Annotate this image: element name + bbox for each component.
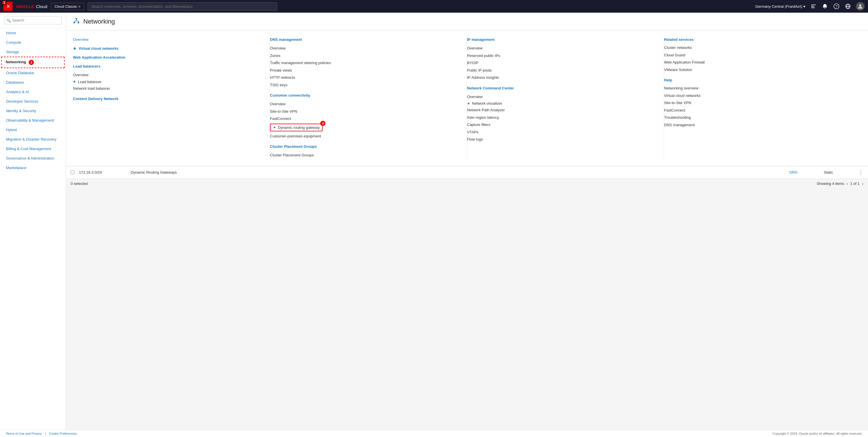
help-fastconnect-link[interactable]: FastConnect (664, 107, 855, 114)
sidebar-search-wrap: 🔍 (4, 16, 62, 24)
sidebar-link-developer[interactable]: Developer Services (0, 96, 66, 106)
lb-link[interactable]: ★ Load balancer (73, 79, 264, 85)
dns-traffic-link[interactable]: Traffic management steering policies (270, 59, 461, 67)
region-label: Germany Central (Frankfurt) (755, 4, 802, 9)
sidebar-item-identity[interactable]: Identity & Security (0, 106, 66, 116)
sidebar-item-marketplace[interactable]: Marketplace (0, 163, 66, 173)
sidebar-item-databases[interactable]: Databases (0, 78, 66, 87)
sidebar-link-storage[interactable]: Storage (0, 47, 66, 57)
user-avatar[interactable] (856, 2, 865, 11)
cpg-link[interactable]: Cluster Placement Groups (270, 151, 461, 159)
dns-http-link[interactable]: HTTP redirects (270, 74, 461, 81)
sidebar-link-migration[interactable]: Migration & Disaster Recovery (0, 135, 66, 144)
related-waf-link[interactable]: Web Application Firewall (664, 59, 855, 66)
cc-cpe-link[interactable]: Customer-premises equipment (270, 133, 461, 140)
nav-search-input[interactable] (88, 2, 277, 11)
sidebar-item-networking[interactable]: Networking 2 (0, 57, 66, 68)
sidebar-search-input[interactable] (4, 16, 62, 24)
next-page-button[interactable]: › (862, 181, 863, 186)
drg-link[interactable]: ★ Dynamic routing gateway (270, 124, 322, 132)
ip-pools-link[interactable]: Public IP pools (467, 67, 658, 74)
pagination: Showing 4 items ‹ 1 of 1 › (816, 181, 863, 186)
status-bar: 0 selected Showing 4 items ‹ 1 of 1 › (66, 178, 868, 188)
sidebar-item-home[interactable]: Home (0, 28, 66, 38)
showing-count: Showing 4 items (816, 181, 844, 186)
close-nav-button[interactable]: ✕ 1 (3, 2, 13, 11)
cc-vpn-link[interactable]: Site-to-Site VPN (270, 108, 461, 115)
oracle-text: ORACLE (16, 4, 34, 9)
terms-link[interactable]: Terms of Use and Privacy (6, 432, 42, 435)
cc-fastconnect-link[interactable]: FastConnect (270, 115, 461, 122)
sidebar-link-governance[interactable]: Governance & Administration (0, 153, 66, 163)
ncc-flow-link[interactable]: Flow logs (467, 136, 658, 143)
sidebar-link-networking[interactable]: Networking 2 (1, 57, 65, 68)
prev-page-button[interactable]: ‹ (846, 181, 848, 186)
ip-overview-link[interactable]: Overview (467, 45, 658, 52)
ip-insights-link[interactable]: IP Address Insights (467, 74, 658, 81)
table-row-menu-button[interactable]: ⋮ (858, 169, 863, 176)
help-icon[interactable]: ? (833, 3, 840, 10)
help-vcn-link[interactable]: Virtual cloud networks (664, 92, 855, 99)
ncc-path-link[interactable]: Network Path Analyzer (467, 106, 658, 114)
lb-overview-link[interactable]: Overview (73, 71, 264, 79)
related-vmware-link[interactable]: VMware Solution (664, 66, 855, 74)
dns-overview-link[interactable]: Overview (270, 45, 461, 52)
svg-rect-10 (73, 22, 75, 23)
help-overview-link[interactable]: Networking overview (664, 85, 855, 92)
vcn-section-title: ★ Virtual cloud networks (73, 46, 264, 51)
selected-count: 0 selected (71, 181, 88, 186)
dns-zones-link[interactable]: Zones (270, 52, 461, 59)
table-cell-drg-link[interactable]: DRG (789, 170, 824, 175)
sidebar-item-observability[interactable]: Observability & Management (0, 116, 66, 125)
lb-section-title: Load balancers (73, 64, 264, 68)
svg-rect-9 (75, 18, 77, 19)
help-troubleshooting-link[interactable]: Troubleshooting (664, 114, 855, 121)
sidebar-link-marketplace[interactable]: Marketplace (0, 163, 66, 173)
region-selector[interactable]: Germany Central (Frankfurt) ▾ (755, 4, 805, 9)
cookies-link[interactable]: Cookie Preferences (49, 432, 77, 435)
sidebar-link-observability[interactable]: Observability & Management (0, 116, 66, 125)
ncc-overview-link[interactable]: Overview (467, 93, 658, 100)
dns-tsig-link[interactable]: TSIG keys (270, 81, 461, 89)
search-icon: 🔍 (6, 18, 11, 23)
sidebar-item-billing[interactable]: Billing & Cost Management (0, 144, 66, 153)
sidebar-link-identity[interactable]: Identity & Security (0, 106, 66, 116)
sidebar-link-oracle-db[interactable]: Oracle Database (0, 68, 66, 78)
sidebar-item-storage[interactable]: Storage (0, 47, 66, 57)
sidebar-item-analytics[interactable]: Analytics & AI (0, 87, 66, 96)
star-icon: ★ (273, 125, 276, 129)
nlb-link[interactable]: Network load balancer (73, 85, 264, 92)
sidebar-link-hybrid[interactable]: Hybrid (0, 125, 66, 135)
globe-icon[interactable] (844, 3, 851, 10)
cloud-text: Cloud (36, 4, 47, 9)
ncc-visualizer-link[interactable]: ★ Network visualizer (467, 100, 658, 106)
ncc-capture-link[interactable]: Capture filters (467, 121, 658, 128)
sidebar-item-developer[interactable]: Developer Services (0, 96, 66, 106)
sidebar-item-migration[interactable]: Migration & Disaster Recovery (0, 135, 66, 144)
dns-private-link[interactable]: Private views (270, 67, 461, 74)
related-cloudguard-link[interactable]: Cloud Guard (664, 52, 855, 59)
help-vpn-link[interactable]: Site-to-Site VPN (664, 99, 855, 107)
sidebar-link-databases[interactable]: Databases (0, 78, 66, 87)
sidebar-item-oracle-db[interactable]: Oracle Database (0, 68, 66, 78)
badge-2: 2 (29, 60, 34, 65)
cc-overview-link[interactable]: Overview (270, 100, 461, 108)
sidebar-item-governance[interactable]: Governance & Administration (0, 153, 66, 163)
sidebar-item-hybrid[interactable]: Hybrid (0, 125, 66, 135)
table-row-checkbox[interactable] (71, 171, 74, 174)
sidebar-link-billing[interactable]: Billing & Cost Management (0, 144, 66, 153)
cloud-classic-button[interactable]: Cloud Classic > (51, 3, 85, 10)
ip-reserved-link[interactable]: Reserved public IPs (467, 52, 658, 59)
notifications-icon[interactable] (822, 3, 828, 10)
help-dns-link[interactable]: DNS management (664, 121, 855, 129)
sidebar-link-home[interactable]: Home (0, 28, 66, 38)
ip-byoip-link[interactable]: BYOIP (467, 59, 658, 67)
related-cluster-link[interactable]: Cluster networks (664, 44, 855, 52)
sidebar-link-compute[interactable]: Compute (0, 38, 66, 47)
overview-link[interactable]: Overview (73, 37, 264, 42)
ncc-vtaps-link[interactable]: VTAPs (467, 128, 658, 136)
sidebar-link-analytics[interactable]: Analytics & AI (0, 87, 66, 96)
sidebar-item-compute[interactable]: Compute (0, 38, 66, 47)
ncc-latency-link[interactable]: Inter-region latency (467, 114, 658, 121)
console-icon[interactable] (810, 3, 817, 10)
